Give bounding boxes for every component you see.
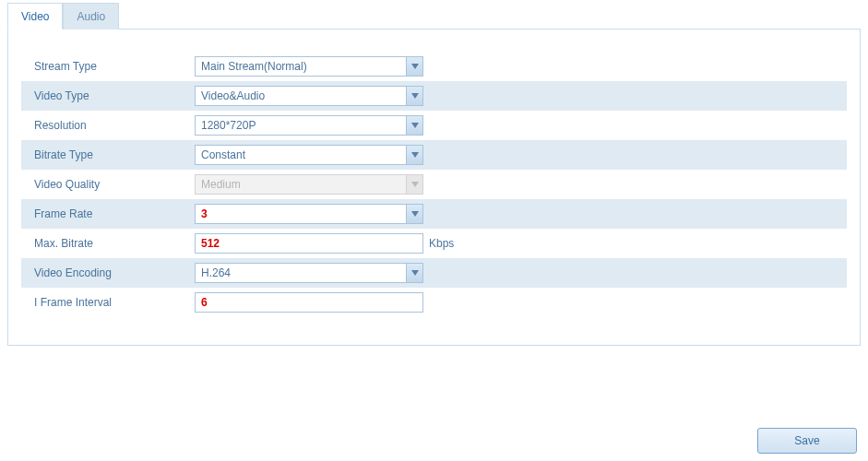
chevron-down-icon	[406, 57, 422, 76]
select-video-type[interactable]: Video&Audio	[195, 86, 423, 106]
select-video-encoding[interactable]: H.264	[195, 263, 423, 283]
chevron-down-icon	[406, 87, 422, 105]
label-frame-rate: Frame Rate	[29, 207, 195, 220]
tab-audio[interactable]: Audio	[63, 3, 119, 30]
select-frame-rate-value: 3	[196, 207, 406, 220]
chevron-down-icon	[406, 205, 422, 223]
label-video-type: Video Type	[29, 89, 195, 102]
select-bitrate-type[interactable]: Constant	[195, 145, 423, 165]
label-max-bitrate: Max. Bitrate	[29, 237, 195, 250]
select-resolution-value: 1280*720P	[196, 119, 406, 132]
video-settings-panel: Stream Type Main Stream(Normal) Video Ty…	[7, 30, 861, 346]
chevron-down-icon	[406, 116, 422, 135]
tab-video[interactable]: Video	[7, 3, 63, 30]
label-video-quality: Video Quality	[29, 178, 195, 191]
save-button[interactable]: Save	[757, 428, 857, 454]
label-stream-type: Stream Type	[29, 60, 195, 73]
select-video-quality: Medium	[195, 174, 423, 195]
input-i-frame-interval[interactable]	[195, 292, 423, 313]
label-i-frame-interval: I Frame Interval	[29, 296, 195, 309]
chevron-down-icon	[406, 175, 422, 194]
select-stream-type[interactable]: Main Stream(Normal)	[195, 56, 423, 77]
select-frame-rate[interactable]: 3	[195, 204, 423, 224]
select-video-quality-value: Medium	[196, 178, 406, 191]
chevron-down-icon	[406, 264, 422, 282]
select-video-encoding-value: H.264	[196, 266, 406, 279]
select-video-type-value: Video&Audio	[196, 89, 406, 102]
chevron-down-icon	[406, 146, 422, 164]
label-resolution: Resolution	[29, 119, 195, 132]
label-video-encoding: Video Encoding	[29, 266, 195, 279]
input-max-bitrate[interactable]	[195, 233, 423, 254]
tab-strip: Video Audio	[7, 2, 861, 30]
select-stream-type-value: Main Stream(Normal)	[196, 60, 406, 73]
label-bitrate-type: Bitrate Type	[29, 148, 195, 161]
unit-max-bitrate: Kbps	[429, 237, 454, 250]
select-resolution[interactable]: 1280*720P	[195, 115, 423, 136]
select-bitrate-type-value: Constant	[196, 148, 406, 161]
